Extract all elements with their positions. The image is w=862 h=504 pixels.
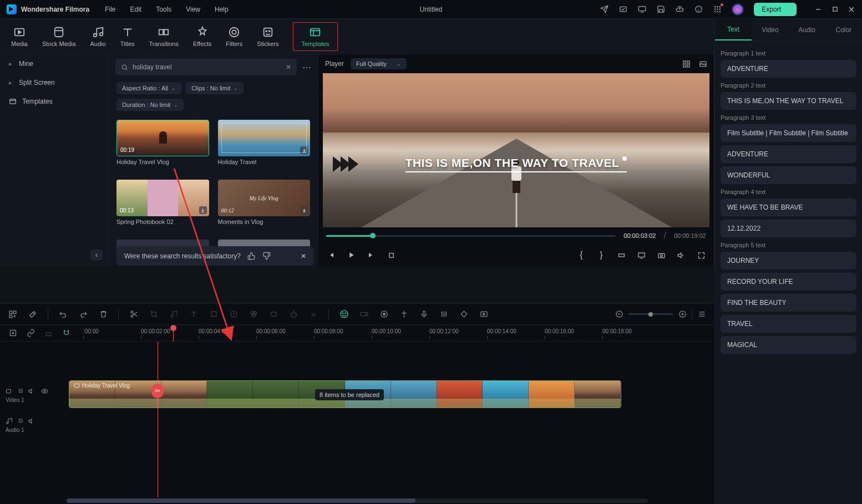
save-icon[interactable]	[656, 5, 665, 14]
tool-effects[interactable]: Effects	[193, 26, 211, 47]
tl-undo-icon[interactable]	[58, 309, 68, 319]
template-card[interactable]: My Life Vlog00:12 Moments in Vlog	[218, 180, 311, 234]
preview-video[interactable]: THIS IS ME,ON THE WAY TO TRAVEL	[323, 73, 709, 227]
more-menu-icon[interactable]: ⋯	[302, 62, 311, 73]
menu-help[interactable]: Help	[215, 6, 229, 13]
tool-transitions[interactable]: Transitions	[149, 26, 179, 47]
tl-more-icon[interactable]: »	[308, 309, 318, 319]
paragraph-input[interactable]: JOURNEY	[721, 252, 856, 269]
tl-music-icon[interactable]	[169, 309, 179, 319]
send-icon[interactable]	[600, 5, 609, 14]
scrollbar-thumb[interactable]	[67, 498, 415, 503]
template-card[interactable]: 00:13 Spring Photobook 02	[116, 180, 209, 234]
tool-templates[interactable]: Templates	[293, 22, 337, 51]
thumbs-up-icon[interactable]	[247, 252, 256, 260]
menu-view[interactable]: View	[186, 6, 200, 13]
paragraph-input[interactable]: 12.12.2022	[721, 220, 856, 237]
close-feedback-icon[interactable]: ✕	[301, 252, 306, 260]
tl-wand-icon[interactable]	[28, 309, 38, 319]
timeline-playhead[interactable]	[173, 325, 174, 342]
scissors-icon[interactable]: ✂	[151, 384, 164, 398]
tl-transform-icon[interactable]	[209, 309, 219, 319]
zoom-slider[interactable]	[628, 313, 673, 315]
menu-file[interactable]: File	[105, 6, 115, 13]
fullscreen-icon[interactable]	[696, 250, 706, 260]
track-body[interactable]	[65, 410, 714, 440]
paragraph-input[interactable]: FIND THE BEAUTY	[721, 294, 856, 312]
tl-view-options-icon[interactable]	[697, 309, 707, 319]
tl-split-icon[interactable]	[129, 309, 139, 319]
zoom-out-icon[interactable]	[614, 309, 624, 319]
stop-button[interactable]	[386, 250, 396, 260]
maximize-button[interactable]	[831, 6, 839, 13]
track-body[interactable]: Holiday Travel Vlog 8 items to be replac…	[65, 380, 714, 410]
search-input[interactable]: holiday travel ✕	[115, 59, 297, 75]
filter-duration[interactable]: Duration : No limit⌄	[116, 99, 184, 111]
next-frame-button[interactable]	[366, 250, 376, 260]
mark-in-button[interactable]: {	[576, 250, 586, 260]
range-options-icon[interactable]	[616, 250, 626, 260]
template-card[interactable]: 00:19 Holiday Travel Vlog	[116, 120, 209, 174]
clear-search-icon[interactable]: ✕	[286, 63, 291, 71]
tl-keyframe-icon[interactable]	[459, 309, 469, 319]
quality-select[interactable]: Full Quality⌄	[351, 58, 407, 69]
collapse-icon[interactable]: ⊟	[18, 418, 23, 425]
tl-add-icon[interactable]	[8, 309, 18, 319]
tool-stock-media[interactable]: Stock Media	[42, 26, 76, 47]
display-icon[interactable]	[636, 250, 646, 260]
tl-delete-icon[interactable]	[98, 309, 108, 319]
close-button[interactable]	[848, 6, 855, 13]
filter-clips[interactable]: Clips : No limit⌄	[186, 82, 244, 94]
sidebar-item-templates[interactable]: Templates	[0, 92, 108, 111]
tab-video[interactable]: Video	[752, 19, 788, 40]
tl-mixer-icon[interactable]	[439, 309, 449, 319]
tl-record-icon[interactable]	[379, 309, 389, 319]
collapse-icon[interactable]: ⊟	[18, 388, 23, 395]
picture-icon[interactable]	[698, 59, 707, 68]
tl-render-icon[interactable]	[479, 309, 489, 319]
paragraph-input[interactable]: Film Subtitle | Film Subtitle | Film Sub…	[721, 124, 856, 142]
ai-avatar-icon[interactable]	[732, 3, 744, 16]
tl-crop-icon[interactable]	[149, 309, 159, 319]
tl-color-icon[interactable]	[249, 309, 258, 319]
apps-icon[interactable]	[713, 5, 722, 14]
grid-view-icon[interactable]	[682, 59, 691, 68]
filter-aspect-ratio[interactable]: Aspect Ratio : All⌄	[116, 82, 181, 94]
tab-color[interactable]: Color	[825, 19, 862, 40]
mark-out-button[interactable]: }	[596, 250, 606, 260]
volume-icon[interactable]	[676, 250, 686, 260]
playhead-handle[interactable]	[170, 325, 176, 331]
snapshot-icon[interactable]	[656, 250, 666, 260]
prev-frame-button[interactable]	[326, 250, 336, 260]
paragraph-input[interactable]: ADVENTURE	[721, 60, 856, 78]
menu-tools[interactable]: Tools	[156, 6, 171, 13]
paragraph-input[interactable]: WE HAVE TO BE BRAVE	[721, 198, 856, 216]
tool-stickers[interactable]: Stickers	[257, 26, 278, 47]
tl-text-icon[interactable]	[189, 309, 199, 319]
mute-audio-icon[interactable]	[28, 418, 36, 425]
tl-speed-icon[interactable]	[229, 309, 239, 319]
tl-link-icon[interactable]	[26, 328, 36, 338]
play-button[interactable]	[346, 250, 356, 260]
tl-redo-icon[interactable]	[78, 309, 88, 319]
tab-audio[interactable]: Audio	[789, 19, 825, 40]
tl-magnet-icon[interactable]	[61, 328, 71, 338]
paragraph-input[interactable]: TRAVEL	[721, 315, 856, 333]
paragraph-input[interactable]: MAGICAL	[721, 336, 856, 354]
menu-edit[interactable]: Edit	[130, 6, 141, 13]
scrollbar-track[interactable]	[67, 498, 648, 503]
tool-audio[interactable]: Audio	[90, 26, 106, 47]
tab-text[interactable]: Text	[715, 19, 752, 40]
minimize-button[interactable]	[814, 6, 822, 13]
tl-mic-icon[interactable]	[419, 309, 429, 319]
tl-lock-icon[interactable]	[43, 328, 53, 338]
tl-track-add-icon[interactable]	[8, 328, 18, 338]
thumbs-down-icon[interactable]	[262, 252, 271, 260]
save-to-cloud-icon[interactable]	[618, 5, 627, 14]
tool-media[interactable]: Media	[11, 26, 28, 47]
tl-ai-icon[interactable]	[339, 309, 349, 319]
cloud-upload-icon[interactable]	[675, 5, 684, 14]
zoom-in-icon[interactable]	[677, 309, 687, 319]
paragraph-input[interactable]: ADVENTURE	[721, 145, 856, 163]
tool-titles[interactable]: Titles	[120, 26, 135, 47]
